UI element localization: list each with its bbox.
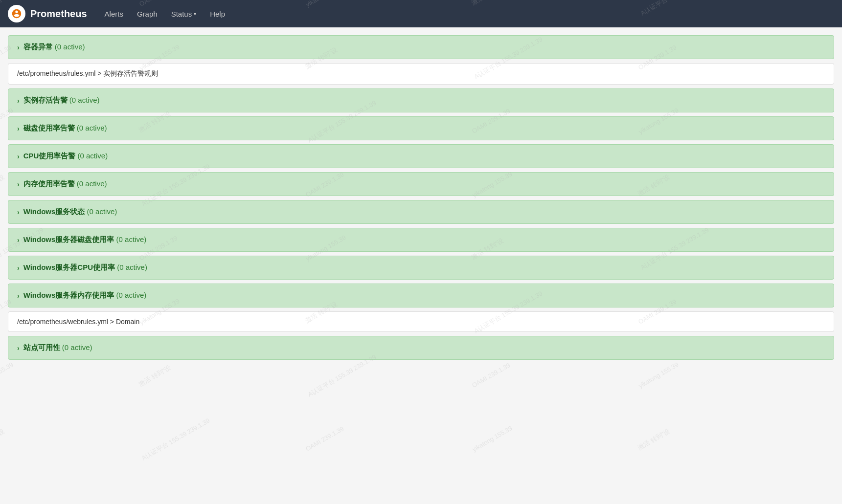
expand-chevron-icon: › — [17, 264, 20, 272]
alert-group-label: Windows服务器内存使用率 (0 active) — [23, 291, 147, 300]
section-header-1: /etc/prometheus/rules.yml > 实例存活告警规则 — [8, 63, 834, 85]
alert-group-5[interactable]: ›内存使用率告警 (0 active) — [8, 172, 834, 196]
brand-label: Prometheus — [30, 8, 87, 20]
alert-group-count: (0 active) — [77, 124, 107, 132]
main-content: ›容器异常 (0 active)/etc/prometheus/rules.ym… — [0, 27, 842, 372]
status-chevron-icon: ▾ — [194, 11, 196, 17]
alert-group-label: 容器异常 (0 active) — [23, 43, 85, 52]
alert-group-count: (0 active) — [69, 96, 100, 104]
expand-chevron-icon: › — [17, 153, 20, 160]
section-header-10: /etc/prometheus/webrules.yml > Domain — [8, 311, 834, 332]
alert-group-0[interactable]: ›容器异常 (0 active) — [8, 35, 834, 59]
expand-chevron-icon: › — [17, 208, 20, 216]
alert-group-count: (0 active) — [77, 179, 107, 188]
alert-group-label: 磁盘使用率告警 (0 active) — [23, 124, 107, 133]
nav-alerts[interactable]: Alerts — [99, 6, 129, 22]
alert-group-label: CPU使用率告警 (0 active) — [23, 152, 108, 161]
alert-group-11[interactable]: ›站点可用性 (0 active) — [8, 336, 834, 360]
expand-chevron-icon: › — [17, 180, 20, 188]
nav-help[interactable]: Help — [204, 6, 231, 22]
expand-chevron-icon: › — [17, 97, 20, 105]
navbar: Prometheus Alerts Graph Status ▾ Help — [0, 0, 842, 27]
alert-group-4[interactable]: ›CPU使用率告警 (0 active) — [8, 144, 834, 168]
alert-group-label: 实例存活告警 (0 active) — [23, 96, 100, 105]
expand-chevron-icon: › — [17, 44, 20, 51]
alert-group-count: (0 active) — [87, 207, 117, 216]
alert-group-label: 内存使用率告警 (0 active) — [23, 179, 107, 189]
alert-group-count: (0 active) — [55, 43, 85, 51]
alert-group-9[interactable]: ›Windows服务器内存使用率 (0 active) — [8, 284, 834, 307]
brand-icon — [8, 5, 25, 22]
alert-group-8[interactable]: ›Windows服务器CPU使用率 (0 active) — [8, 256, 834, 280]
nav-graph[interactable]: Graph — [131, 6, 163, 22]
alert-group-label: Windows服务器磁盘使用率 (0 active) — [23, 235, 147, 244]
alert-group-2[interactable]: ›实例存活告警 (0 active) — [8, 88, 834, 112]
alert-group-label: 站点可用性 (0 active) — [23, 343, 92, 352]
alert-group-label: Windows服务状态 (0 active) — [23, 207, 117, 217]
alert-group-count: (0 active) — [78, 152, 108, 160]
alert-group-count: (0 active) — [117, 263, 147, 271]
alert-group-7[interactable]: ›Windows服务器磁盘使用率 (0 active) — [8, 228, 834, 252]
expand-chevron-icon: › — [17, 344, 20, 352]
nav-status-label: Status — [171, 10, 192, 18]
alert-group-count: (0 active) — [116, 235, 147, 243]
expand-chevron-icon: › — [17, 125, 20, 132]
nav-status[interactable]: Status ▾ — [165, 6, 203, 22]
alert-group-6[interactable]: ›Windows服务状态 (0 active) — [8, 200, 834, 224]
alert-group-count: (0 active) — [62, 343, 92, 351]
expand-chevron-icon: › — [17, 236, 20, 244]
expand-chevron-icon: › — [17, 292, 20, 300]
brand-link[interactable]: Prometheus — [8, 5, 87, 22]
alert-group-3[interactable]: ›磁盘使用率告警 (0 active) — [8, 116, 834, 140]
alert-group-label: Windows服务器CPU使用率 (0 active) — [23, 263, 147, 272]
alert-group-count: (0 active) — [116, 291, 147, 299]
nav-links: Alerts Graph Status ▾ Help — [99, 6, 231, 22]
